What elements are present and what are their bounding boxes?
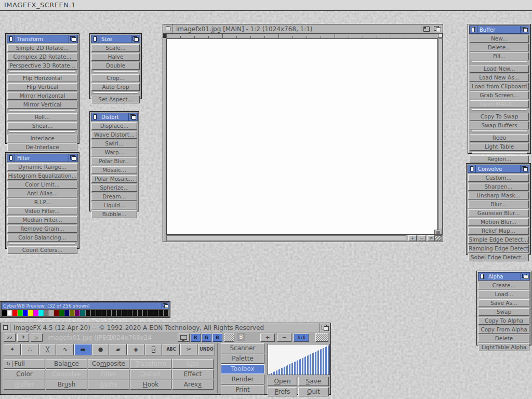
buffer-titlebar[interactable]: Buffer — [469, 25, 529, 34]
depth-icon[interactable] — [131, 35, 140, 43]
r-channel-button[interactable]: R — [191, 334, 201, 342]
zoom-gadget-icon[interactable] — [421, 24, 432, 33]
remove-grain-button[interactable]: Remove Grain... — [7, 225, 77, 233]
load-from-clipboard-button[interactable]: Load from Clipboard — [470, 83, 529, 90]
palette-preview-titlebar[interactable]: CyberWB Preview: (32 of 256 shown) — [1, 302, 169, 310]
liquid-button[interactable]: Liquid... — [91, 202, 137, 209]
region-button[interactable]: Region... — [470, 155, 529, 163]
color-swatch[interactable] — [153, 310, 158, 316]
close-icon[interactable] — [1, 323, 10, 332]
color-swatch[interactable] — [70, 310, 74, 316]
color-swatch[interactable] — [59, 310, 64, 316]
color-swatch[interactable] — [143, 310, 148, 316]
shear-button[interactable]: Shear... — [7, 122, 77, 130]
balance-button[interactable]: Balance — [46, 359, 87, 369]
bubble-button[interactable]: Bubble... — [91, 210, 137, 218]
arexx-button[interactable]: Arexx — [172, 380, 214, 390]
displace-button[interactable]: Displace... — [91, 122, 137, 130]
save-as-button[interactable]: Save As... — [478, 299, 529, 307]
close-icon[interactable] — [91, 35, 99, 43]
close-icon[interactable] — [478, 273, 486, 280]
transform-titlebar[interactable]: Transform — [7, 35, 78, 43]
warp-button[interactable]: Warp... — [91, 149, 137, 156]
stipple-preview-button[interactable] — [315, 333, 328, 342]
delete-button[interactable]: Delete — [478, 335, 529, 342]
load-button[interactable]: Load... — [478, 290, 529, 298]
color-swatch[interactable] — [132, 310, 137, 316]
color-swatch[interactable] — [96, 310, 101, 316]
histogram-equalization-button[interactable]: Histogram Equalization... — [7, 172, 77, 180]
polygon-tool[interactable]: ▰ — [110, 344, 127, 355]
prefs-button[interactable]: Prefs — [268, 387, 297, 396]
lighttable-alpha-button[interactable]: LightTable Alpha — [478, 343, 529, 351]
help-button[interactable]: ? — [17, 334, 29, 342]
dynamic-range-button[interactable]: Dynamic Range... — [7, 163, 77, 171]
copy-to-alpha-button[interactable]: Copy To Alpha — [478, 317, 529, 325]
zoom-in-button[interactable]: + — [408, 235, 417, 241]
redo-button[interactable]: Redo — [470, 134, 529, 142]
delete-button[interactable]: Delete... — [470, 44, 529, 51]
depth-icon[interactable] — [128, 113, 137, 121]
g-channel-button[interactable]: G — [202, 334, 211, 342]
point-tool[interactable]: ✦ — [4, 344, 21, 355]
close-icon[interactable] — [468, 165, 476, 172]
depth-icon[interactable] — [520, 26, 529, 33]
color-swatch[interactable] — [122, 310, 127, 316]
color-swatch[interactable] — [138, 310, 142, 316]
swirl-button[interactable]: Swirl... — [91, 140, 137, 148]
fill-button[interactable]: Fill... — [470, 52, 529, 60]
quit-button[interactable]: Quit — [298, 387, 329, 396]
b-channel-button[interactable]: B — [212, 334, 222, 342]
hook-button[interactable]: Hook — [130, 380, 171, 390]
image-canvas[interactable] — [166, 38, 438, 235]
toolbox-titlebar[interactable]: ImageFX 4.5 (12-Apr-20) -- © 1992-2020 A… — [1, 323, 330, 332]
resize-handle[interactable] — [434, 235, 442, 241]
color-swatch[interactable] — [80, 310, 85, 316]
depth-icon[interactable] — [69, 154, 77, 162]
scanner-button[interactable]: Scanner — [221, 343, 264, 353]
light-table-button[interactable]: Light Table — [470, 143, 529, 151]
close-icon[interactable] — [7, 154, 15, 162]
spherize-button[interactable]: Spherize... — [91, 184, 137, 192]
full-button[interactable]: ↻Full — [4, 359, 45, 369]
alpha-titlebar[interactable]: Alpha — [478, 272, 530, 281]
line-tool[interactable]: ╳ — [39, 344, 56, 355]
color-swatch[interactable] — [86, 310, 90, 316]
color-swatch[interactable] — [101, 310, 106, 316]
simple-edge-detect-button[interactable]: Simple Edge Detect... — [468, 236, 529, 244]
print-button[interactable]: Print — [221, 385, 264, 395]
zoom-out-button[interactable]: − — [418, 235, 426, 241]
ellipse-tool[interactable]: ● — [92, 344, 109, 355]
mirror-horizontal-button[interactable]: Mirror Horizontal — [7, 92, 77, 100]
load-new-button[interactable]: Load New... — [470, 65, 529, 73]
screen-titlebar[interactable]: IMAGEFX_SCREEN.1 — [0, 0, 532, 11]
ruler-end-gadget[interactable] — [438, 34, 443, 38]
close-icon[interactable] — [163, 24, 173, 33]
color-swatch[interactable] — [33, 310, 38, 316]
scissors-tool[interactable]: ✂ — [180, 344, 197, 355]
color-swatch[interactable] — [117, 310, 122, 316]
flip-horizontal-button[interactable]: Flip Horizontal — [7, 74, 77, 82]
depth-icon[interactable] — [432, 24, 443, 33]
brush-button[interactable]: Brush — [46, 380, 87, 390]
mosaic-button[interactable]: Mosaic... — [91, 166, 137, 174]
toolbox-zoom-in-button[interactable]: + — [260, 334, 275, 342]
render-button[interactable]: Render — [221, 375, 264, 384]
image-window-titlebar[interactable]: imagefx01.jpg [MAIN] - 1:2 (1024x768, 1:… — [163, 24, 443, 34]
color-swatch[interactable] — [18, 310, 22, 316]
clipboard-tool[interactable]: a — [145, 344, 162, 355]
create-button[interactable]: Create... — [478, 282, 529, 289]
polar-blur-button[interactable]: Polar Blur... — [91, 157, 137, 165]
depth-icon[interactable] — [162, 303, 169, 309]
close-icon[interactable] — [470, 26, 477, 33]
mirror-vertical-button[interactable]: Mirror Vertical — [7, 101, 77, 109]
color-swatch[interactable] — [127, 310, 132, 316]
gaussian-blur-button[interactable]: Gaussian Blur... — [468, 209, 529, 217]
load-new-as-button[interactable]: Load New As... — [470, 74, 529, 82]
color-swatch[interactable] — [2, 310, 7, 316]
toolbox-button[interactable]: Toolbox — [221, 364, 264, 374]
color-swatch[interactable] — [28, 310, 33, 316]
convolve-titlebar[interactable]: Convolve — [468, 165, 529, 173]
complex-2d-rotate-button[interactable]: Complex 2D Rotate... — [7, 53, 77, 61]
interlace-button[interactable]: Interlace — [7, 135, 77, 142]
